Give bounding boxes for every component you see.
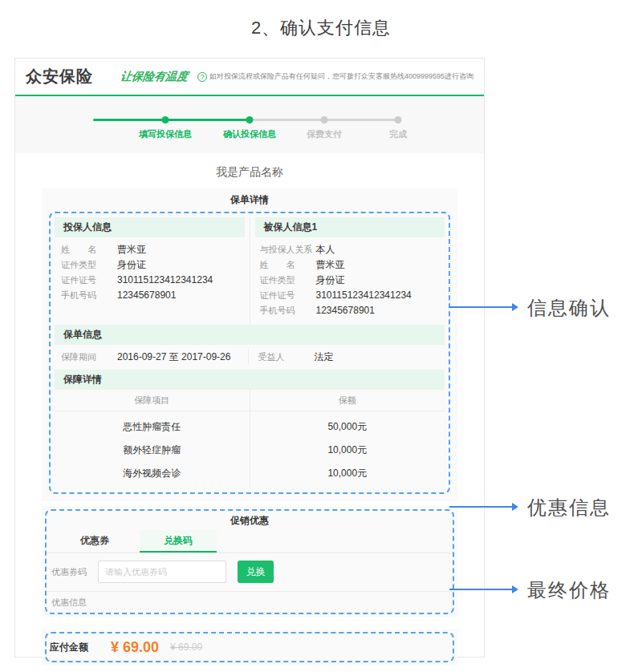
field-value: 法定 [315,349,334,365]
field-label: 证件证号 [61,273,117,288]
policy-panel-title: 保单详情 [49,188,450,212]
info-row: 与投保人关系 本人 [250,242,445,257]
payable-amount-row: 应付金额 ¥ 69.00 ¥ 69.00 [47,634,453,661]
help-text: 如对投保流程或保险产品有任何疑问，您可拨打众安客服热线4009999595进行咨… [209,71,473,82]
field-label: 受益人 [258,349,315,365]
field-value: 身份证 [117,257,146,273]
info-row: 证件类型 身份证 [55,257,250,273]
main-card: 众安保险 让保险有温度 ? 如对投保流程或保险产品有任何疑问，您可拨打众安客服热… [14,58,485,658]
field-value: 本人 [316,242,335,257]
promo-info-label: 优惠信息 [47,591,453,613]
info-row: 手机号码 12345678901 [55,288,250,303]
annotation-info-confirm: 信息确认 [527,295,611,321]
field-label: 姓 名 [61,242,117,257]
promo-form: 优惠券码 兑换 [47,553,453,591]
field-label: 保障期间 [61,349,117,365]
annotation-arrow-3 [449,589,512,590]
step-label-confirm-info: 确认投保信息 [223,128,276,140]
column-header-item: 保障项目 [55,390,250,411]
step-label-fill-info: 填写投保信息 [139,128,192,140]
step-dot-4 [395,116,402,123]
payment-dashed-box: 应付金额 ¥ 69.00 ¥ 69.00 [45,632,454,662]
field-value: 2016-09-27 至 2017-09-26 [117,349,230,365]
brand-slogan: 让保险有温度 [120,70,189,84]
insured-section-title: 被保人信息1 [255,217,445,237]
amount-label: 应付金额 [50,641,88,654]
tab-redeem-code[interactable]: 兑换码 [140,530,217,553]
coupon-code-input[interactable] [98,561,226,583]
field-value: 曹米亚 [117,242,146,257]
annotation-arrow-1 [449,306,512,308]
field-value: 曹米亚 [316,257,345,273]
coverage-amount: 10,000元 [250,458,445,488]
promo-dashed-box: 促销优惠 优惠券 兑换码 优惠券码 兑换 优惠信息 [45,509,454,614]
payment-panel: 应付金额 ¥ 69.00 ¥ 69.00 [42,629,457,666]
beneficiary: 受益人 法定 [249,349,445,365]
insured-column: 被保人信息1 与投保人关系 本人 姓 名 曹米亚 证件类型 身份证 [250,217,445,325]
coverage-amount: 50,000元 [250,411,445,435]
table-row: 海外视频会诊 10,000元 [55,458,445,488]
field-value: 310115123412341234 [117,273,213,288]
coverage-item: 恶性肿瘤责任 [55,411,250,435]
person-info-columns: 投保人信息 姓 名 曹米亚 证件类型 身份证 证件证号 310115123412… [55,217,445,325]
policy-info-row: 保障期间 2016-09-27 至 2017-09-26 受益人 法定 [55,345,445,370]
progress-stepper: 填写投保信息 确认投保信息 保费支付 完成 [15,96,484,153]
field-label: 证件证号 [260,288,316,303]
info-row: 证件类型 身份证 [250,273,445,288]
step-dot-2 [246,116,254,123]
product-name: 我是产品名称 [15,153,484,188]
stepper-track-done [93,119,250,121]
redeem-button[interactable]: 兑换 [238,561,274,583]
promo-title: 促销优惠 [47,511,453,530]
annotation-final-price: 最终价格 [527,577,611,603]
brand-logo: 众安保险 [26,66,93,87]
coverage-table: 保障项目 保额 恶性肿瘤责任 50,000元 额外轻症肿瘤 10,000元 海外… [55,390,445,488]
coverage-section-title: 保障详情 [55,370,445,390]
field-value: 身份证 [316,273,345,288]
applicant-section-title: 投保人信息 [55,217,245,237]
field-value: 12345678901 [117,288,176,303]
amount-current: ¥ 69.00 [111,639,159,656]
step-dot-1 [162,116,169,123]
field-label: 姓 名 [260,257,316,273]
applicant-column: 投保人信息 姓 名 曹米亚 证件类型 身份证 证件证号 310115123412… [55,217,250,325]
coverage-item: 额外轻症肿瘤 [55,435,250,458]
policy-dashed-box: 投保人信息 姓 名 曹米亚 证件类型 身份证 证件证号 310115123412… [49,212,450,494]
field-label: 证件类型 [260,273,316,288]
info-row: 姓 名 曹米亚 [250,257,445,273]
promo-panel: 促销优惠 优惠券 兑换码 优惠券码 兑换 优惠信息 [42,506,457,617]
coverage-amount: 10,000元 [250,435,445,458]
field-label: 手机号码 [61,288,117,303]
coupon-code-label: 优惠券码 [51,566,98,578]
help-line: ? 如对投保流程或保险产品有任何疑问，您可拨打众安客服热线4009999595进… [197,71,473,82]
info-row: 证件证号 310115123412341234 [250,288,445,303]
coverage-table-header: 保障项目 保额 [55,390,445,411]
column-header-amount: 保额 [250,390,445,411]
annotation-promo-info: 优惠信息 [527,495,611,520]
step-label-pay: 保费支付 [307,128,342,140]
promo-tabs: 优惠券 兑换码 [47,530,453,553]
step-dot-3 [321,116,328,123]
annotation-arrow-2 [449,506,512,508]
field-value: 310115123412341234 [316,288,412,303]
step-label-done: 完成 [389,128,407,140]
question-circle-icon: ? [197,72,207,82]
policy-info-section-title: 保单信息 [55,325,445,345]
coverage-item: 海外视频会诊 [55,458,250,488]
field-value: 12345678901 [316,303,375,318]
info-row: 证件证号 310115123412341234 [55,273,250,288]
page-title: 2、确认支付信息 [0,16,642,40]
table-row: 恶性肿瘤责任 50,000元 [55,411,445,435]
info-row: 姓 名 曹米亚 [55,242,250,257]
policy-panel: 保单详情 投保人信息 姓 名 曹米亚 证件类型 身份证 证件证号 [42,188,457,501]
coverage-period: 保障期间 2016-09-27 至 2017-09-26 [55,349,249,365]
field-label: 手机号码 [260,303,316,318]
amount-original: ¥ 69.00 [170,642,202,653]
tab-coupon[interactable]: 优惠券 [63,530,127,553]
site-header: 众安保险 让保险有温度 ? 如对投保流程或保险产品有任何疑问，您可拨打众安客服热… [15,59,484,96]
table-row: 额外轻症肿瘤 10,000元 [55,435,445,458]
field-label: 与投保人关系 [260,242,316,257]
field-label: 证件类型 [61,257,117,273]
info-row: 手机号码 12345678901 [250,303,445,318]
